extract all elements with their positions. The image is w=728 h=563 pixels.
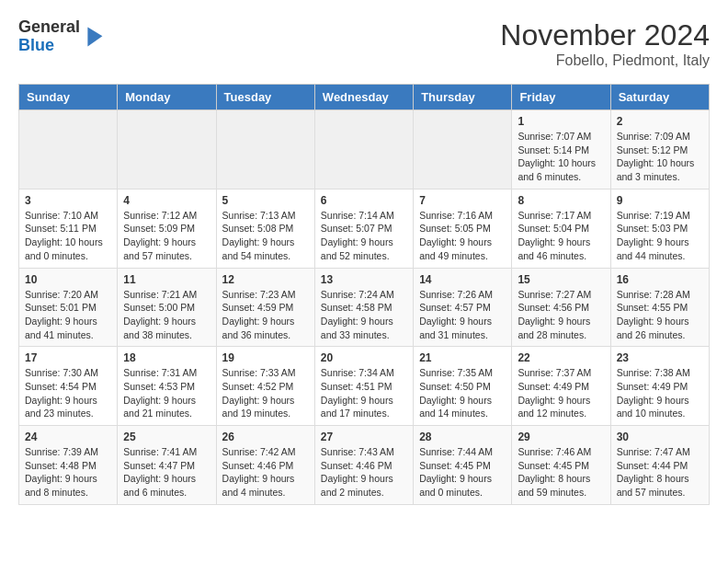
day-number: 4 — [123, 194, 210, 207]
day-number: 8 — [518, 194, 604, 207]
day-number: 26 — [222, 431, 309, 443]
logo-text: General Blue — [18, 18, 80, 55]
calendar-day-cell: 9Sunrise: 7:19 AM Sunset: 5:03 PM Daylig… — [610, 189, 709, 268]
calendar-week-row: 24Sunrise: 7:39 AM Sunset: 4:48 PM Dayli… — [19, 426, 710, 505]
day-number: 13 — [321, 273, 407, 286]
day-info: Sunrise: 7:28 AM Sunset: 4:55 PM Dayligh… — [617, 288, 703, 342]
logo: General Blue — [18, 18, 104, 55]
calendar-day-cell — [216, 110, 314, 190]
calendar-day-cell: 29Sunrise: 7:46 AM Sunset: 4:45 PM Dayli… — [512, 426, 610, 505]
calendar-week-row: 1Sunrise: 7:07 AM Sunset: 5:14 PM Daylig… — [19, 110, 710, 190]
calendar-day-cell: 4Sunrise: 7:12 AM Sunset: 5:09 PM Daylig… — [118, 189, 216, 268]
day-info: Sunrise: 7:30 AM Sunset: 4:54 PM Dayligh… — [25, 366, 111, 420]
day-number: 25 — [123, 431, 210, 443]
day-info: Sunrise: 7:33 AM Sunset: 4:52 PM Dayligh… — [222, 366, 309, 420]
calendar-day-cell: 19Sunrise: 7:33 AM Sunset: 4:52 PM Dayli… — [216, 347, 314, 426]
calendar-day-cell: 13Sunrise: 7:24 AM Sunset: 4:58 PM Dayli… — [314, 268, 413, 347]
calendar-day-cell: 16Sunrise: 7:28 AM Sunset: 4:55 PM Dayli… — [610, 268, 709, 347]
day-info: Sunrise: 7:42 AM Sunset: 4:46 PM Dayligh… — [222, 445, 309, 500]
calendar-day-cell: 7Sunrise: 7:16 AM Sunset: 5:05 PM Daylig… — [414, 189, 512, 268]
calendar-day-cell: 21Sunrise: 7:35 AM Sunset: 4:50 PM Dayli… — [414, 347, 512, 426]
month-title: November 2024 — [500, 18, 710, 52]
day-number: 15 — [518, 273, 604, 286]
calendar-day-cell: 24Sunrise: 7:39 AM Sunset: 4:48 PM Dayli… — [19, 426, 118, 505]
calendar-day-cell: 26Sunrise: 7:42 AM Sunset: 4:46 PM Dayli… — [216, 426, 314, 505]
calendar-header-cell: Monday — [118, 85, 216, 110]
day-number: 2 — [617, 115, 703, 128]
calendar-day-cell: 17Sunrise: 7:30 AM Sunset: 4:54 PM Dayli… — [19, 347, 118, 426]
day-info: Sunrise: 7:17 AM Sunset: 5:04 PM Dayligh… — [518, 209, 604, 263]
calendar-day-cell: 28Sunrise: 7:44 AM Sunset: 4:45 PM Dayli… — [414, 426, 512, 505]
day-info: Sunrise: 7:07 AM Sunset: 5:14 PM Dayligh… — [518, 130, 604, 184]
calendar-week-row: 3Sunrise: 7:10 AM Sunset: 5:11 PM Daylig… — [19, 189, 710, 268]
day-info: Sunrise: 7:21 AM Sunset: 5:00 PM Dayligh… — [123, 288, 210, 342]
day-number: 1 — [518, 115, 604, 128]
day-info: Sunrise: 7:16 AM Sunset: 5:05 PM Dayligh… — [419, 209, 506, 263]
day-number: 23 — [617, 351, 703, 364]
day-number: 18 — [123, 351, 210, 364]
calendar-header-cell: Wednesday — [314, 85, 413, 110]
calendar-day-cell: 22Sunrise: 7:37 AM Sunset: 4:49 PM Dayli… — [512, 347, 610, 426]
calendar-day-cell: 2Sunrise: 7:09 AM Sunset: 5:12 PM Daylig… — [610, 110, 709, 190]
calendar-day-cell: 20Sunrise: 7:34 AM Sunset: 4:51 PM Dayli… — [314, 347, 413, 426]
day-number: 19 — [222, 351, 309, 364]
day-number: 10 — [25, 273, 111, 286]
calendar-day-cell: 14Sunrise: 7:26 AM Sunset: 4:57 PM Dayli… — [414, 268, 512, 347]
day-info: Sunrise: 7:31 AM Sunset: 4:53 PM Dayligh… — [123, 366, 210, 420]
calendar-day-cell: 5Sunrise: 7:13 AM Sunset: 5:08 PM Daylig… — [216, 189, 314, 268]
day-number: 29 — [518, 431, 604, 443]
title-block: November 2024 Fobello, Piedmont, Italy — [500, 18, 710, 69]
calendar-header-cell: Thursday — [414, 85, 512, 110]
calendar-body: 1Sunrise: 7:07 AM Sunset: 5:14 PM Daylig… — [19, 110, 710, 505]
day-info: Sunrise: 7:09 AM Sunset: 5:12 PM Dayligh… — [617, 130, 703, 184]
calendar-week-row: 17Sunrise: 7:30 AM Sunset: 4:54 PM Dayli… — [19, 347, 710, 426]
calendar-day-cell: 11Sunrise: 7:21 AM Sunset: 5:00 PM Dayli… — [118, 268, 216, 347]
calendar-day-cell: 10Sunrise: 7:20 AM Sunset: 5:01 PM Dayli… — [19, 268, 118, 347]
day-info: Sunrise: 7:12 AM Sunset: 5:09 PM Dayligh… — [123, 209, 210, 263]
calendar-day-cell: 8Sunrise: 7:17 AM Sunset: 5:04 PM Daylig… — [512, 189, 610, 268]
day-number: 7 — [419, 194, 506, 207]
calendar-day-cell — [118, 110, 216, 190]
day-number: 28 — [419, 431, 506, 443]
calendar-header-cell: Saturday — [610, 85, 709, 110]
day-number: 27 — [321, 431, 407, 443]
day-info: Sunrise: 7:34 AM Sunset: 4:51 PM Dayligh… — [321, 366, 407, 420]
day-info: Sunrise: 7:44 AM Sunset: 4:45 PM Dayligh… — [419, 445, 506, 500]
calendar-day-cell: 30Sunrise: 7:47 AM Sunset: 4:44 PM Dayli… — [610, 426, 709, 505]
day-info: Sunrise: 7:26 AM Sunset: 4:57 PM Dayligh… — [419, 288, 506, 342]
day-number: 21 — [419, 351, 506, 364]
day-info: Sunrise: 7:47 AM Sunset: 4:44 PM Dayligh… — [617, 445, 703, 500]
day-number: 17 — [25, 351, 111, 364]
day-number: 20 — [321, 351, 407, 364]
day-info: Sunrise: 7:19 AM Sunset: 5:03 PM Dayligh… — [617, 209, 703, 263]
calendar-day-cell — [314, 110, 413, 190]
day-info: Sunrise: 7:14 AM Sunset: 5:07 PM Dayligh… — [321, 209, 407, 263]
day-info: Sunrise: 7:13 AM Sunset: 5:08 PM Dayligh… — [222, 209, 309, 263]
location-subtitle: Fobello, Piedmont, Italy — [500, 52, 710, 69]
day-info: Sunrise: 7:43 AM Sunset: 4:46 PM Dayligh… — [321, 445, 407, 500]
day-info: Sunrise: 7:46 AM Sunset: 4:45 PM Dayligh… — [518, 445, 604, 500]
day-number: 9 — [617, 194, 703, 207]
day-info: Sunrise: 7:41 AM Sunset: 4:47 PM Dayligh… — [123, 445, 210, 500]
day-number: 5 — [222, 194, 309, 207]
calendar-day-cell: 18Sunrise: 7:31 AM Sunset: 4:53 PM Dayli… — [118, 347, 216, 426]
day-number: 30 — [617, 431, 703, 443]
day-number: 6 — [321, 194, 407, 207]
day-number: 14 — [419, 273, 506, 286]
logo-icon — [82, 26, 104, 48]
calendar-day-cell: 25Sunrise: 7:41 AM Sunset: 4:47 PM Dayli… — [118, 426, 216, 505]
calendar-header-cell: Sunday — [19, 85, 118, 110]
calendar-day-cell: 15Sunrise: 7:27 AM Sunset: 4:56 PM Dayli… — [512, 268, 610, 347]
day-info: Sunrise: 7:23 AM Sunset: 4:59 PM Dayligh… — [222, 288, 309, 342]
calendar-header-cell: Friday — [512, 85, 610, 110]
day-info: Sunrise: 7:37 AM Sunset: 4:49 PM Dayligh… — [518, 366, 604, 420]
calendar-day-cell: 12Sunrise: 7:23 AM Sunset: 4:59 PM Dayli… — [216, 268, 314, 347]
day-info: Sunrise: 7:20 AM Sunset: 5:01 PM Dayligh… — [25, 288, 111, 342]
day-number: 3 — [25, 194, 111, 207]
calendar-day-cell — [414, 110, 512, 190]
day-number: 22 — [518, 351, 604, 364]
day-number: 16 — [617, 273, 703, 286]
calendar-day-cell — [19, 110, 118, 190]
calendar-day-cell: 1Sunrise: 7:07 AM Sunset: 5:14 PM Daylig… — [512, 110, 610, 190]
day-number: 24 — [25, 431, 111, 443]
